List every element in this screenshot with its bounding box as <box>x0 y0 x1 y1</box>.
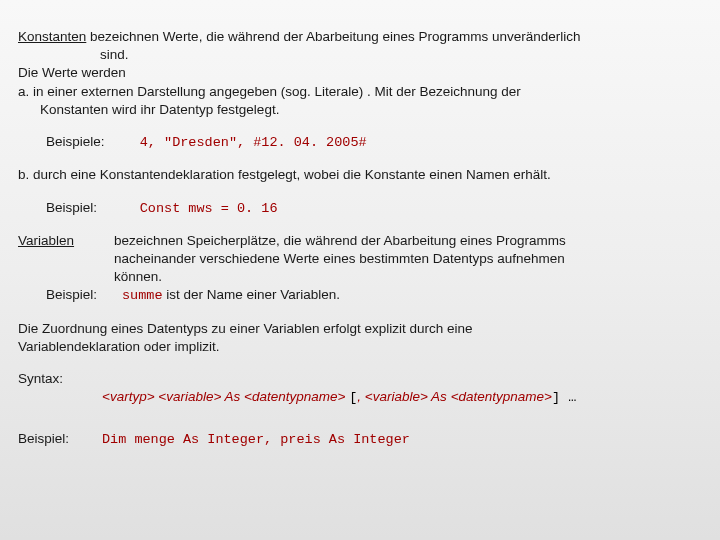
beispiel1-code: Const mws = 0. 16 <box>132 201 278 216</box>
konstanten-line1-cont: sind. <box>18 46 702 64</box>
variablen-desc2: nacheinander verschiedene Werte eines be… <box>114 250 702 268</box>
syntax-p1: <vartyp> <variable> <box>102 389 221 404</box>
konstanten-line1: Konstanten bezeichnen Werte, die während… <box>18 28 702 46</box>
konstanten-b-line: b. durch eine Konstantendeklaration fest… <box>18 166 702 184</box>
syntax-line: <vartyp> <variable> As <datentypname> [,… <box>18 388 702 407</box>
variablen-desc3: können. <box>114 268 702 286</box>
konstanten-a-line2: Konstanten wird ihr Datentyp festgelegt. <box>18 101 702 119</box>
beispiel1-label: Beispiel: <box>46 199 128 217</box>
syntax-p2: <datentypname> <box>244 389 349 404</box>
final-beispiel-label: Beispiel: <box>18 431 69 446</box>
variablen-beispiel-label: Beispiel: <box>46 287 97 302</box>
beispiele-label: Beispiele: <box>46 133 128 151</box>
assign-line1: Die Zuordnung eines Datentyps zu einer V… <box>18 320 702 338</box>
konstanten-heading: Konstanten <box>18 29 86 44</box>
variablen-ex-code: summe <box>114 288 163 303</box>
final-beispiel-code: Dim menge As Integer, preis As Integer <box>102 432 410 447</box>
beispiel1-row: Beispiel: Const mws = 0. 16 <box>18 199 702 218</box>
konstanten-line1-rest: bezeichnen Werte, die während der Abarbe… <box>86 29 580 44</box>
beispiele-row: Beispiele: 4, "Dresden", #12. 04. 2005# <box>18 133 702 152</box>
variablen-desc1: bezeichnen Speicherplätze, die während d… <box>114 232 702 250</box>
syntax-br2: ] … <box>552 390 576 405</box>
syntax-comma: , <box>357 389 365 404</box>
syntax-p4: <datentypname> <box>451 389 552 404</box>
syntax-as1: As <box>221 389 244 404</box>
syntax-label: Syntax: <box>18 370 702 388</box>
konstanten-a-line1: a. in einer externen Darstellung angegeb… <box>18 83 702 101</box>
beispiele-code: 4, "Dresden", #12. 04. 2005# <box>132 135 367 150</box>
document-page: Konstanten bezeichnen Werte, die während… <box>0 0 720 459</box>
assign-line2: Variablendeklaration oder implizit. <box>18 338 702 356</box>
syntax-as2: As <box>428 389 451 404</box>
variablen-block: Variablen bezeichnen Speicherplätze, die… <box>18 232 702 287</box>
variablen-heading: Variablen <box>18 233 74 248</box>
final-beispiel-row: Beispiel: Dim menge As Integer, preis As… <box>18 430 702 449</box>
konstanten-line2: Die Werte werden <box>18 64 702 82</box>
variablen-ex-rest: ist der Name einer Variablen. <box>163 287 341 302</box>
variablen-beispiel-row: Beispiel: summe ist der Name einer Varia… <box>18 286 702 305</box>
syntax-p3: <variable> <box>365 389 428 404</box>
